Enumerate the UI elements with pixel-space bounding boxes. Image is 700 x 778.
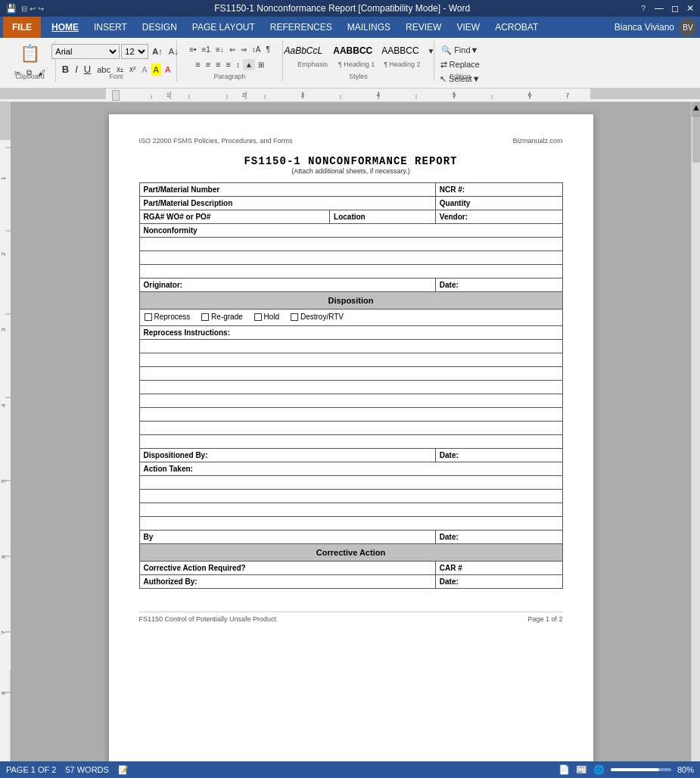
file-menu-button[interactable]: FILE [3, 17, 41, 38]
menu-design[interactable]: DESIGN [135, 17, 185, 38]
multilevel-list-button[interactable]: ≡↓ [213, 44, 226, 55]
view-web-button[interactable]: 🌐 [593, 764, 605, 775]
table-row: RGA# WO# or PO# Location Vendor: [139, 210, 562, 224]
menu-acrobat[interactable]: ACROBAT [487, 17, 546, 38]
dispositioned-by-label: Dispositioned By: [139, 448, 435, 462]
user-avatar: BV [679, 18, 697, 36]
bullets-button[interactable]: ≡• [187, 44, 198, 55]
empty-cell [139, 265, 562, 279]
editing-group: 🔍 Find▼ ⇄ Replace ↖ Select▼ Editing [434, 41, 486, 82]
table-row: Nonconformity [139, 224, 562, 238]
user-name[interactable]: Bianca Viviano [614, 22, 674, 33]
sort-button[interactable]: ↕A [250, 44, 263, 55]
paste-button[interactable]: 📋 [14, 44, 46, 64]
regrade-label: Re-grade [211, 313, 243, 321]
page-header: ISO 22000 FSMS Policies, Procedures, and… [139, 137, 563, 145]
style-heading2[interactable]: AABBCC [378, 44, 422, 58]
part-material-desc-label: Part/Material Description [139, 197, 435, 210]
align-right-button[interactable]: ≡ [213, 58, 222, 70]
view-layout-button[interactable]: 📰 [576, 764, 587, 775]
empty-cell [139, 475, 562, 489]
menu-view[interactable]: VIEW [449, 17, 487, 38]
date2-label: Date: [435, 448, 562, 462]
menu-insert[interactable]: INSERT [86, 17, 135, 38]
originator-label: Originator: [139, 279, 435, 292]
zoom-slider[interactable] [611, 768, 671, 771]
date-label: Date: [435, 279, 562, 292]
help-icon[interactable]: ? [641, 4, 646, 13]
table-row [139, 503, 562, 516]
paragraph-label: Paragraph [177, 73, 282, 80]
reprocess-option[interactable]: Reprocess [145, 313, 191, 321]
align-center-button[interactable]: ≡ [204, 58, 213, 70]
regrade-option[interactable]: Re-grade [201, 313, 243, 321]
svg-text:6: 6 [0, 555, 7, 559]
title-bar-title: FS1150-1 Nonconformance Report [Compatib… [44, 3, 641, 14]
replace-button[interactable]: ⇄ Replace [438, 58, 482, 71]
numbering-button[interactable]: ≡1 [200, 44, 213, 55]
menu-page-layout[interactable]: PAGE LAYOUT [185, 17, 263, 38]
table-row: By Date: [139, 530, 562, 543]
hold-checkbox[interactable] [254, 313, 262, 321]
table-row [139, 394, 562, 407]
empty-cell [139, 516, 562, 530]
disposition-header: Disposition [139, 292, 562, 310]
style-heading1[interactable]: AABBCC [330, 44, 375, 58]
show-marks-button[interactable]: ¶ [263, 44, 272, 55]
close-button[interactable]: ✕ [686, 3, 694, 14]
vertical-scrollbar[interactable]: ▲ ▼ [691, 102, 700, 778]
svg-text:3: 3 [0, 328, 7, 331]
minimize-button[interactable]: — [655, 3, 664, 14]
destroy-label: Destroy/RTV [300, 313, 344, 321]
empty-cell [139, 353, 562, 366]
font-size-select[interactable]: 12 [121, 44, 148, 59]
table-row: Dispositioned By: Date: [139, 448, 562, 462]
empty-cell [139, 489, 562, 503]
ribbon: 📋 ✂ ⧉ 🖌 Clipboard Arial 12 A↑ A↓ B [0, 38, 700, 89]
clipboard-group: 📋 ✂ ⧉ 🖌 Clipboard [5, 41, 56, 82]
destroy-checkbox[interactable] [291, 313, 298, 321]
clipboard-label: Clipboard [5, 73, 55, 80]
line-spacing-button[interactable]: ↕ [234, 59, 242, 70]
svg-text:8: 8 [0, 691, 7, 695]
status-left: PAGE 1 OF 2 57 WORDS 📝 [6, 765, 129, 775]
zoom-level[interactable]: 80% [677, 765, 694, 774]
scroll-thumb[interactable] [692, 117, 700, 163]
table-row: Originator: Date: [139, 279, 562, 292]
ncr-label: NCR #: [435, 183, 562, 197]
justify-button[interactable]: ≡ [223, 58, 232, 70]
regrade-checkbox[interactable] [201, 313, 209, 321]
proofing-icon[interactable]: 📝 [118, 765, 129, 775]
restore-button[interactable]: ◻ [671, 3, 679, 14]
table-row: Reprocess Instructions: [139, 325, 562, 339]
increase-indent-button[interactable]: ⇒ [238, 44, 249, 55]
decrease-indent-button[interactable]: ⇐ [227, 44, 238, 55]
hold-option[interactable]: Hold [254, 313, 280, 321]
corrective-action-header: Corrective Action [139, 543, 562, 561]
menu-references[interactable]: REFERENCES [263, 17, 340, 38]
font-name-select[interactable]: Arial [51, 44, 120, 59]
svg-text:4: 4 [0, 403, 7, 407]
menu-mailings[interactable]: MAILINGS [340, 17, 398, 38]
find-button[interactable]: 🔍 Find▼ [439, 44, 481, 57]
svg-text:2: 2 [0, 252, 7, 256]
grow-font-button[interactable]: A↑ [150, 45, 164, 58]
word-count: 57 WORDS [65, 765, 108, 775]
menu-home[interactable]: HOME [44, 17, 86, 38]
svg-rect-1 [106, 89, 590, 99]
menu-review[interactable]: REVIEW [398, 17, 449, 38]
window-controls[interactable]: ? — ◻ ✕ [641, 3, 694, 14]
page-info: PAGE 1 OF 2 [6, 765, 56, 775]
table-row: Corrective Action Required? CAR # [139, 561, 562, 574]
scroll-arrow-up[interactable]: ▲ [692, 102, 700, 117]
reprocess-checkbox[interactable] [145, 313, 152, 321]
style-emphasis[interactable]: AaBbCcL [280, 44, 328, 58]
menu-bar: FILE HOME INSERT DESIGN PAGE LAYOUT REFE… [0, 17, 700, 38]
view-read-button[interactable]: 📄 [558, 764, 570, 775]
table-row: Part/Material Number NCR #: [139, 183, 562, 197]
align-left-button[interactable]: ≡ [193, 58, 202, 70]
zoom-slider-fill [611, 768, 659, 771]
borders-button[interactable]: ⊞ [256, 59, 266, 70]
destroy-option[interactable]: Destroy/RTV [291, 313, 344, 321]
shading-button[interactable]: ▲ [243, 59, 255, 70]
